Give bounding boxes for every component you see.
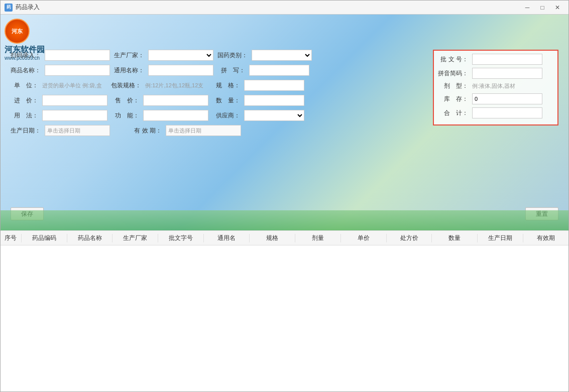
- col-prescription-price: 处方价: [387, 234, 432, 242]
- right-row-2: 拼音简码：: [438, 68, 553, 79]
- col-dosage: 剂量: [295, 234, 341, 242]
- spec-label: 规 格：: [212, 81, 240, 90]
- batch-no-input[interactable]: [472, 54, 542, 65]
- unit-hint: 进货的最小单位 例:袋,盒: [42, 82, 102, 89]
- supplier-label: 供应商：: [212, 111, 240, 120]
- scan-label: 扫码录入：: [11, 51, 41, 60]
- close-button[interactable]: ✕: [550, 3, 564, 13]
- maximize-button[interactable]: □: [535, 3, 549, 13]
- pinyin-label: 拼 写：: [217, 66, 245, 75]
- col-manufacturer: 生产厂家: [112, 234, 158, 242]
- manufacturer-label: 生产厂家：: [114, 51, 144, 60]
- col-drug-name: 药品名称: [67, 234, 113, 242]
- pinyin-code-input[interactable]: [472, 68, 542, 79]
- logo-circle-text: 河东: [12, 28, 23, 35]
- national-drug-label: 国药类别：: [217, 51, 248, 60]
- table-header: 序号 药品编码 药品名称 生产厂家 批文字号 通用名 规格 剂量 单价 处方价 …: [1, 230, 568, 245]
- batch-no-label: 批 文 号：: [438, 55, 468, 64]
- unit-label: 单 位：: [11, 81, 38, 90]
- col-expiry: 有效期: [523, 234, 568, 242]
- supplier-select[interactable]: [244, 110, 304, 121]
- col-common-name: 通用名: [204, 234, 250, 242]
- expiry-date-picker[interactable]: 单击选择日期: [166, 125, 241, 136]
- minimize-button[interactable]: ─: [520, 3, 534, 13]
- right-row-4: 库 存：: [438, 93, 553, 104]
- title-icon: 药: [5, 4, 13, 12]
- pinyin-code-label: 拼音简码：: [438, 69, 468, 78]
- right-row-5: 合 计：: [438, 107, 553, 118]
- form-background: 河东 河东软件园 www.pc0359.cn 扫码录入： 生产厂家： 国药类别：: [1, 15, 568, 230]
- common-name-input[interactable]: [148, 65, 213, 76]
- package-hint: 例:12片,12包,12瓶,12支: [145, 82, 203, 89]
- sale-price-input[interactable]: [143, 95, 208, 106]
- stock-label: 库 存：: [438, 95, 468, 103]
- scan-input[interactable]: [45, 50, 110, 61]
- sale-price-label: 售 价：: [111, 96, 139, 105]
- table-area: 序号 药品编码 药品名称 生产厂家 批文字号 通用名 规格 剂量 单价 处方价 …: [1, 230, 568, 391]
- product-name-input[interactable]: [45, 65, 110, 76]
- dosage-type-hint: 例:液体,固体,器材: [472, 82, 515, 90]
- content-area: 河东 河东软件园 www.pc0359.cn 扫码录入： 生产厂家： 国药类别：: [1, 15, 568, 391]
- spec-input[interactable]: [244, 80, 304, 91]
- dosage-type-label: 剂 型：: [438, 82, 468, 90]
- total-label: 合 计：: [438, 109, 468, 117]
- title-controls: ─ □ ✕: [520, 3, 564, 13]
- quantity-input[interactable]: [244, 95, 304, 106]
- col-drug-code: 药品编码: [22, 234, 67, 242]
- col-production-date: 生产日期: [478, 234, 523, 242]
- title-bar-left: 药 药品录入: [5, 3, 40, 12]
- bottom-decoration: [1, 210, 568, 230]
- production-date-picker[interactable]: 单击选择日期: [45, 125, 110, 136]
- col-batch-no: 批文字号: [158, 234, 204, 242]
- logo-icon: 河东: [5, 19, 30, 44]
- col-seq: 序号: [1, 234, 22, 242]
- table-body: [1, 245, 568, 391]
- package-label: 包装规格：: [111, 81, 141, 90]
- purchase-price-label: 进 价：: [11, 96, 38, 105]
- right-row-1: 批 文 号：: [438, 54, 553, 65]
- col-unit-price: 单价: [341, 234, 387, 242]
- col-quantity: 数量: [432, 234, 478, 242]
- window-title: 药品录入: [16, 3, 40, 12]
- usage-label: 用 法：: [11, 111, 38, 120]
- quantity-label: 数 量：: [212, 96, 240, 105]
- function-input[interactable]: [143, 110, 208, 121]
- total-input[interactable]: [472, 107, 542, 118]
- title-bar: 药 药品录入 ─ □ ✕: [1, 1, 568, 15]
- usage-input[interactable]: [42, 110, 107, 121]
- manufacturer-select[interactable]: [148, 50, 213, 61]
- product-name-label: 商品名称：: [11, 66, 41, 75]
- expiry-date-label: 有 效 期：: [134, 126, 162, 135]
- production-date-label: 生产日期：: [11, 126, 41, 135]
- pinyin-input[interactable]: [249, 65, 309, 76]
- national-drug-select[interactable]: [252, 50, 312, 61]
- common-name-label: 通用名称：: [114, 66, 144, 75]
- col-spec: 规格: [250, 234, 295, 242]
- right-panel: 批 文 号： 拼音简码： 剂 型： 例:液体,固体,器材 库 存： 合 计：: [433, 50, 558, 125]
- form-row-6: 生产日期： 单击选择日期 有 效 期： 单击选择日期: [11, 125, 558, 136]
- function-label: 功 能：: [111, 111, 139, 120]
- right-row-3: 剂 型： 例:液体,固体,器材: [438, 82, 553, 90]
- stock-input[interactable]: [472, 93, 542, 104]
- purchase-price-input[interactable]: [42, 95, 107, 106]
- main-window: 药 药品录入 ─ □ ✕ 河东 河东软件园 www.pc0359.cn: [0, 0, 569, 392]
